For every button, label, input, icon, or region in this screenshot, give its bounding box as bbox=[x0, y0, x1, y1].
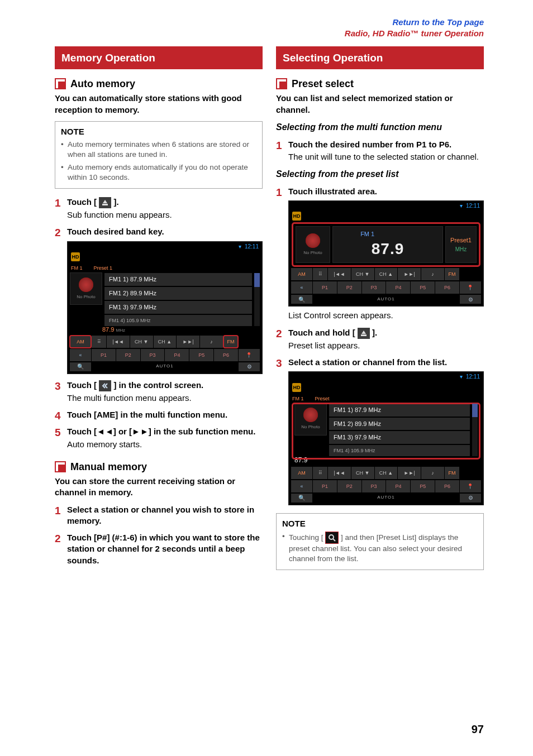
grid-icon[interactable]: ⠿ bbox=[313, 268, 327, 280]
preset-label: Preset bbox=[315, 395, 330, 402]
heading-preset-select: Preset select bbox=[276, 77, 484, 90]
list-item[interactable]: FM1 4) 105.9 MHz bbox=[104, 315, 252, 326]
hd-badge-icon: HD bbox=[292, 212, 301, 221]
seek-next-button[interactable]: ►►| bbox=[398, 268, 421, 280]
preset-label: Preset 1 bbox=[94, 265, 113, 271]
frequency-display[interactable]: FM 1 87.9 bbox=[332, 226, 443, 263]
expand-left-button[interactable]: « bbox=[291, 480, 312, 492]
grid-icon[interactable]: ⠿ bbox=[313, 467, 327, 479]
hd-badge-icon: HD bbox=[71, 252, 80, 261]
seek-next-button[interactable]: ►►| bbox=[398, 467, 421, 479]
ch-down-button[interactable]: CH ▼ bbox=[351, 268, 374, 280]
gear-icon[interactable]: ⚙ bbox=[460, 494, 481, 503]
preset-tag[interactable]: Preset1 MHz bbox=[445, 226, 477, 263]
preset-p5-button[interactable]: P5 bbox=[411, 281, 435, 294]
step-text: Touch [P#] (#:1-6) in which you want to … bbox=[67, 533, 260, 565]
preset-p2-button[interactable]: P2 bbox=[337, 480, 361, 492]
ch-down-button[interactable]: CH ▼ bbox=[351, 467, 374, 479]
auto-memory-lead: You can automatically store stations wit… bbox=[55, 93, 263, 116]
preset-p4-button[interactable]: P4 bbox=[386, 480, 410, 492]
search-icon bbox=[325, 532, 339, 544]
manual-memory-lead: You can store the current receiving stat… bbox=[55, 476, 263, 499]
seek-next-button[interactable]: ►►| bbox=[177, 336, 199, 348]
search-icon[interactable]: 🔍 bbox=[291, 494, 312, 503]
subheading-preset-list: Selecting from the preset list bbox=[276, 168, 484, 180]
note-title: NOTE bbox=[282, 518, 478, 529]
step-sub: List Control screen appears. bbox=[288, 310, 484, 321]
preset-p3-button[interactable]: P3 bbox=[141, 349, 165, 361]
subheading-multi-function: Selecting from the multi function menu bbox=[276, 121, 484, 133]
preset-p6-button[interactable]: P6 bbox=[214, 349, 238, 361]
album-art-placeholder: No Photo bbox=[294, 403, 327, 436]
step-text: Touch [ ] in the control screen. bbox=[67, 380, 203, 390]
preset-p3-button[interactable]: P3 bbox=[362, 281, 386, 294]
expand-left-button[interactable]: « bbox=[291, 281, 312, 294]
step-sub: Sub function menu appears. bbox=[67, 209, 263, 221]
preset-p5-button[interactable]: P5 bbox=[189, 349, 213, 361]
expand-left-button[interactable]: « bbox=[70, 349, 91, 361]
preset-p3-button[interactable]: P3 bbox=[362, 480, 386, 492]
music-icon[interactable]: ♪ bbox=[421, 467, 444, 479]
list-item[interactable]: FM1 4) 105.9 MHz bbox=[329, 445, 470, 456]
seek-prev-button[interactable]: |◄◄ bbox=[328, 467, 351, 479]
radio-screenshot-list: ▾12:11 HD FM 1Preset No Photo FM1 1) 87.… bbox=[288, 371, 484, 505]
search-icon[interactable]: 🔍 bbox=[70, 362, 91, 371]
pin-icon[interactable]: 📍 bbox=[460, 281, 481, 294]
am-button[interactable]: AM bbox=[291, 268, 312, 280]
preset-p1-button[interactable]: P1 bbox=[92, 349, 116, 361]
note-box-auto-memory: NOTE Auto memory terminates when 6 stati… bbox=[55, 121, 263, 189]
list-item[interactable]: FM1 2) 89.9 MHz bbox=[329, 418, 470, 430]
list-item[interactable]: FM1 2) 89.9 MHz bbox=[104, 287, 252, 300]
preset-p6-button[interactable]: P6 bbox=[435, 281, 459, 294]
list-item[interactable]: FM1 3) 97.9 MHz bbox=[329, 431, 470, 444]
preset-p2-button[interactable]: P2 bbox=[116, 349, 140, 361]
grid-icon[interactable]: ⠿ bbox=[92, 336, 106, 348]
fm-button[interactable]: FM bbox=[445, 268, 459, 280]
link-top-page[interactable]: Return to the Top page bbox=[392, 17, 484, 27]
ch-up-button[interactable]: CH ▲ bbox=[375, 268, 398, 280]
gear-icon[interactable]: ⚙ bbox=[460, 295, 481, 304]
search-icon[interactable]: 🔍 bbox=[291, 295, 312, 304]
music-icon[interactable]: ♪ bbox=[421, 268, 444, 280]
am-button[interactable]: AM bbox=[70, 336, 91, 348]
scrollbar[interactable] bbox=[254, 273, 260, 326]
radio-screenshot-area: ▾12:11 HD No Photo FM 1 87.9 Preset1 bbox=[288, 200, 484, 307]
list-item[interactable]: FM1 3) 97.9 MHz bbox=[104, 301, 252, 314]
am-button[interactable]: AM bbox=[291, 467, 312, 479]
preset-list: FM1 1) 87.9 MHz FM1 2) 89.9 MHz FM1 3) 9… bbox=[329, 403, 470, 457]
pin-icon[interactable]: 📍 bbox=[460, 480, 481, 492]
scrollbar[interactable] bbox=[472, 404, 478, 457]
preset-p1-button[interactable]: P1 bbox=[313, 480, 337, 492]
clock: 12:11 bbox=[466, 202, 480, 210]
heading-text: Manual memory bbox=[70, 460, 147, 473]
ch-up-button[interactable]: CH ▲ bbox=[154, 336, 177, 348]
fm-button[interactable]: FM bbox=[223, 336, 238, 348]
preset-p4-button[interactable]: P4 bbox=[386, 281, 410, 294]
gear-icon[interactable]: ⚙ bbox=[239, 362, 260, 371]
header-links: Return to the Top page Radio, HD Radio™ … bbox=[55, 17, 484, 40]
square-bullet-icon bbox=[55, 461, 66, 472]
preset-p6-button[interactable]: P6 bbox=[435, 480, 459, 492]
preset-p5-button[interactable]: P5 bbox=[411, 480, 435, 492]
ch-down-button[interactable]: CH ▼ bbox=[130, 336, 153, 348]
auto-label: AUTO1 bbox=[313, 295, 459, 304]
ch-up-button[interactable]: CH ▲ bbox=[375, 467, 398, 479]
preset-p1-button[interactable]: P1 bbox=[313, 281, 337, 294]
list-item[interactable]: FM1 1) 87.9 MHz bbox=[329, 404, 470, 417]
seek-prev-button[interactable]: |◄◄ bbox=[107, 336, 130, 348]
fm-button[interactable]: FM bbox=[445, 467, 459, 479]
heading-text: Preset select bbox=[292, 77, 354, 90]
step-text: Touch [◄◄] or [►►] in the sub function m… bbox=[67, 427, 255, 436]
preset-p4-button[interactable]: P4 bbox=[165, 349, 189, 361]
right-column: Selecting Operation Preset select You ca… bbox=[276, 46, 484, 578]
music-icon[interactable]: ♪ bbox=[200, 336, 223, 348]
pin-icon[interactable]: 📍 bbox=[239, 349, 260, 361]
clock: 12:11 bbox=[466, 373, 480, 381]
seek-prev-button[interactable]: |◄◄ bbox=[328, 268, 351, 280]
preset-p2-button[interactable]: P2 bbox=[337, 281, 361, 294]
no-photo-label: No Photo bbox=[77, 294, 95, 300]
t: Touch [ bbox=[67, 380, 99, 390]
svg-line-5 bbox=[333, 539, 335, 541]
list-item[interactable]: FM1 1) 87.9 MHz bbox=[104, 273, 252, 286]
svg-point-4 bbox=[329, 535, 334, 539]
